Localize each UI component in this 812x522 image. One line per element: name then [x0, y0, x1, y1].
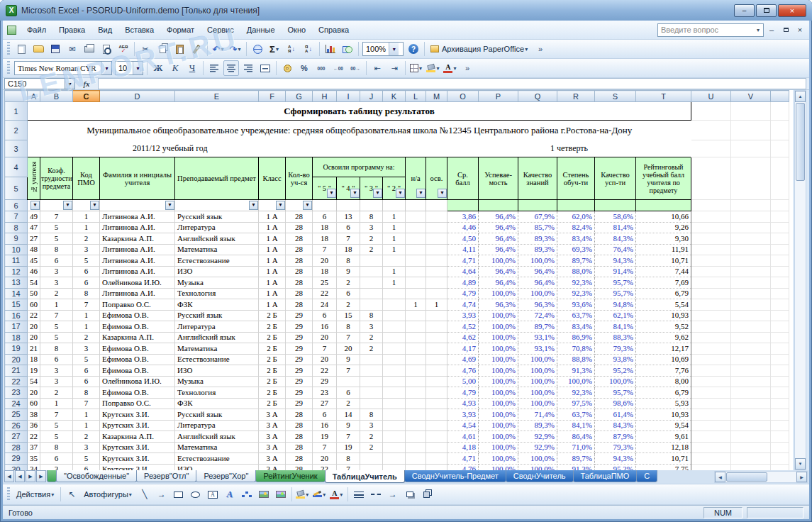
- cell-A20[interactable]: 18: [28, 354, 40, 365]
- cell-Q12[interactable]: 96,4%: [518, 266, 557, 277]
- cell-O19[interactable]: 4,17: [447, 343, 479, 355]
- clipart-button[interactable]: [256, 487, 272, 502]
- cell-I21[interactable]: 7: [337, 365, 360, 377]
- cell[interactable]: [691, 321, 731, 333]
- filter-E-button[interactable]: ▼: [249, 201, 258, 210]
- cell-E24[interactable]: ФЗК: [175, 398, 259, 409]
- header-teacher-no[interactable]: № учителя: [28, 157, 40, 200]
- cell[interactable]: ▼: [286, 200, 313, 211]
- column-header-V[interactable]: V: [731, 91, 771, 102]
- column-header-C[interactable]: C: [73, 91, 100, 102]
- sheet-tab-0[interactable]: [47, 470, 57, 482]
- cell-J19[interactable]: 2: [360, 343, 383, 355]
- cell-H28[interactable]: 7: [313, 442, 337, 453]
- cell[interactable]: [771, 277, 789, 289]
- cell-K27[interactable]: [383, 431, 406, 443]
- cell-S18[interactable]: 88,3%: [595, 332, 636, 343]
- cell-E22[interactable]: Музыка: [175, 376, 259, 387]
- redo-button[interactable]: ↷▾: [228, 41, 243, 57]
- cell-G28[interactable]: 28: [286, 442, 313, 453]
- cell-D28[interactable]: Крутских З.И.: [100, 442, 175, 453]
- cell-J7[interactable]: 8: [360, 211, 383, 223]
- menu-item-5[interactable]: Сервис: [201, 22, 240, 38]
- cell-L11[interactable]: [406, 255, 426, 267]
- cell-T13[interactable]: 7,69: [636, 277, 691, 289]
- cell-K16[interactable]: [383, 310, 406, 321]
- cell-P12[interactable]: 96,4%: [479, 266, 518, 277]
- cell-S10[interactable]: 76,4%: [595, 244, 636, 255]
- cell-P23[interactable]: 100,0%: [479, 387, 518, 399]
- cell-P25[interactable]: 100,0%: [479, 409, 518, 421]
- toolbar-options-button[interactable]: »: [533, 41, 548, 57]
- cell-Q17[interactable]: 89,7%: [518, 321, 557, 333]
- menu-item-6[interactable]: Данные: [240, 22, 282, 38]
- header-Q[interactable]: Качество знаний: [518, 157, 557, 200]
- cell-H10[interactable]: 7: [313, 244, 337, 255]
- cell-M20[interactable]: [426, 354, 447, 365]
- cell-F25[interactable]: 3 А: [259, 409, 286, 421]
- row-header-20[interactable]: 20: [5, 354, 28, 365]
- cell[interactable]: [636, 200, 691, 211]
- cell-I17[interactable]: 8: [337, 321, 360, 333]
- cell-C14[interactable]: 8: [73, 288, 100, 299]
- cell-K14[interactable]: [383, 288, 406, 299]
- cell-A17[interactable]: 20: [28, 321, 40, 333]
- cell-A30[interactable]: 34: [28, 464, 40, 470]
- cell-K19[interactable]: [383, 343, 406, 355]
- cell-B12[interactable]: 3: [40, 266, 73, 277]
- cell-B27[interactable]: 5: [40, 431, 73, 443]
- cell[interactable]: [691, 277, 731, 289]
- insert-function-button[interactable]: fx: [78, 78, 95, 89]
- cell-G21[interactable]: 29: [286, 365, 313, 377]
- header-C[interactable]: Код ПМО: [73, 157, 100, 200]
- cell-E25[interactable]: Русский язык: [175, 409, 259, 421]
- cell-K30[interactable]: [383, 464, 406, 470]
- cell-I13[interactable]: 2: [337, 277, 360, 289]
- cell-D27[interactable]: Казаркина А.П.: [100, 431, 175, 443]
- cell-P14[interactable]: 100,0%: [479, 288, 518, 299]
- cell-M29[interactable]: [426, 453, 447, 465]
- row-header-23[interactable]: 23: [5, 387, 28, 399]
- cell-S30[interactable]: 95,2%: [595, 464, 636, 470]
- cell-G13[interactable]: 28: [286, 277, 313, 289]
- cell-R13[interactable]: 92,3%: [557, 277, 595, 289]
- cell-T17[interactable]: 9,52: [636, 321, 691, 333]
- line-color-dropdown[interactable]: ▾: [322, 492, 326, 498]
- workbook-close-button[interactable]: ×: [794, 24, 806, 35]
- cell-H16[interactable]: 6: [313, 310, 337, 321]
- cell[interactable]: [731, 244, 771, 255]
- menu-item-7[interactable]: Окно: [282, 22, 313, 38]
- cell-C9[interactable]: 2: [73, 233, 100, 245]
- cell-P18[interactable]: 100,0%: [479, 332, 518, 343]
- rectangle-button[interactable]: [171, 487, 187, 502]
- cell-S15[interactable]: 94,8%: [595, 299, 636, 311]
- cell-O10[interactable]: 4,11: [447, 244, 479, 255]
- cell-G16[interactable]: 29: [286, 310, 313, 321]
- cell-G17[interactable]: 29: [286, 321, 313, 333]
- header-R[interactable]: Степень обуч-ти: [557, 157, 595, 200]
- cell-J16[interactable]: 8: [360, 310, 383, 321]
- cell-A12[interactable]: 46: [28, 266, 40, 277]
- cell-D24[interactable]: Поправко О.С.: [100, 398, 175, 409]
- cell-M16[interactable]: [426, 310, 447, 321]
- help-button[interactable]: ?: [406, 41, 421, 57]
- cell-M12[interactable]: [426, 266, 447, 277]
- cell-G26[interactable]: 28: [286, 420, 313, 431]
- cell-O29[interactable]: 4,71: [447, 453, 479, 465]
- cell-C16[interactable]: 1: [73, 310, 100, 321]
- cell-L13[interactable]: [406, 277, 426, 289]
- cell-B9[interactable]: 5: [40, 233, 73, 245]
- cell-I20[interactable]: 9: [337, 354, 360, 365]
- cell-E30[interactable]: ИЗО: [175, 464, 259, 470]
- cell-F14[interactable]: 1 А: [259, 288, 286, 299]
- bold-button[interactable]: Ж: [150, 60, 166, 76]
- cell-C13[interactable]: 6: [73, 277, 100, 289]
- cell-T19[interactable]: 12,17: [636, 343, 691, 355]
- cell-D22[interactable]: Олейникова И.Ю.: [100, 376, 175, 387]
- cell-B17[interactable]: 5: [40, 321, 73, 333]
- cell-Q11[interactable]: 100,0%: [518, 255, 557, 267]
- column-header-U[interactable]: U: [691, 91, 731, 102]
- cell-T28[interactable]: 12,18: [636, 442, 691, 453]
- cell-D23[interactable]: Ефимова О.В.: [100, 387, 175, 399]
- increase-decimal-button[interactable]: ←00: [330, 60, 346, 76]
